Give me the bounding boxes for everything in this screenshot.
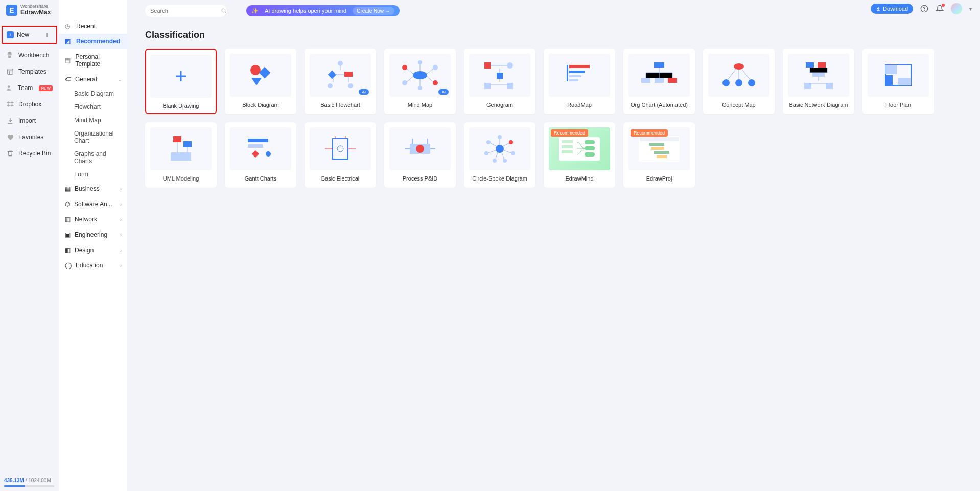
search-input[interactable]: [150, 8, 221, 14]
chevron-down-icon: ⌄: [118, 77, 122, 82]
sub-mind-map[interactable]: Mind Map: [59, 114, 127, 127]
card-uml-modeling[interactable]: UML Modeling: [145, 122, 217, 188]
avatar[interactable]: [951, 3, 962, 14]
recommended-tag: Recommended: [631, 129, 668, 137]
chevron-right-icon: ›: [120, 263, 122, 269]
side-icon: ◩: [65, 38, 72, 45]
plus-end-icon: +: [45, 31, 52, 39]
nav-templates[interactable]: Templates: [0, 63, 59, 80]
bell-icon[interactable]: [936, 5, 944, 13]
sub-basic-diagram[interactable]: Basic Diagram: [59, 87, 127, 100]
card-roadmap[interactable]: RoadMap: [544, 49, 615, 114]
ai-banner[interactable]: ✨ AI drawing helps open your mind Create…: [246, 5, 400, 16]
nav-favorites[interactable]: Favorites: [0, 129, 59, 145]
card-edrawmind[interactable]: RecommendedEdrawMind: [544, 122, 615, 188]
side-label: Recent: [76, 23, 96, 30]
card-process-p-id[interactable]: Process P&ID: [384, 122, 456, 188]
group-design[interactable]: ◧Design›: [59, 242, 127, 258]
svg-point-65: [509, 140, 513, 144]
svg-point-17: [348, 83, 353, 88]
card-label: Block Diagram: [242, 102, 279, 108]
brand-name: EdrawMax: [20, 9, 51, 16]
help-icon[interactable]: [920, 5, 928, 13]
create-now-button[interactable]: Create Now →: [353, 7, 394, 15]
group-label: General: [75, 76, 97, 83]
chevron-right-icon: ›: [120, 186, 122, 192]
svg-line-76: [488, 150, 496, 153]
templates-icon: [6, 68, 14, 76]
group-icon: ◧: [65, 247, 71, 254]
card-genogram[interactable]: Genogram: [464, 49, 535, 114]
card-concept-map[interactable]: Concept Map: [703, 49, 775, 114]
card-thumb: [469, 54, 530, 97]
nav-workbench[interactable]: Workbench: [0, 47, 59, 63]
new-button[interactable]: +New +: [2, 26, 57, 44]
nav-team[interactable]: TeamNEW: [0, 80, 59, 96]
card-basic-flowchart[interactable]: AIBasic Flowchart: [305, 49, 376, 114]
card-gantt-charts[interactable]: Gantt Charts: [225, 122, 296, 188]
group-icon: ▣: [65, 231, 71, 238]
nav-recycle-bin[interactable]: Recycle Bin: [0, 145, 59, 162]
new-label: New: [17, 31, 29, 38]
chevron-right-icon: ›: [120, 217, 122, 222]
svg-point-4: [222, 9, 225, 12]
side-label: Personal Template: [76, 53, 121, 68]
svg-point-58: [266, 151, 271, 157]
group-business[interactable]: ▦Business›: [59, 181, 127, 196]
svg-rect-49: [885, 65, 897, 74]
card-label: EdrawMind: [565, 175, 593, 182]
side-recommended[interactable]: ◩Recommended: [59, 34, 127, 49]
card-blank-drawing[interactable]: Blank Drawing: [145, 49, 217, 114]
svg-rect-37: [655, 78, 664, 83]
group-engineering[interactable]: ▣Engineering›: [59, 227, 127, 242]
group-network[interactable]: ▥Network›: [59, 212, 127, 227]
workbench-icon: [6, 51, 14, 59]
card-org-chart-automated-[interactable]: Org Chart (Automated): [623, 49, 695, 114]
card-label: Circle-Spoke Diagram: [472, 175, 527, 182]
card-thumb: [868, 54, 929, 97]
group-education[interactable]: ◯Education›: [59, 258, 127, 273]
storage-total: 1024.00M: [28, 478, 51, 483]
card-mind-map[interactable]: AIMind Map: [384, 49, 456, 114]
svg-rect-30: [569, 65, 590, 68]
card-basic-network-diagram[interactable]: Basic Network Diagram: [783, 49, 854, 114]
group-general[interactable]: 🏷General⌄: [59, 72, 127, 87]
card-basic-electrical[interactable]: Basic Electrical: [305, 122, 376, 188]
group-label: Business: [75, 185, 100, 192]
sub-flowchart[interactable]: Flowchart: [59, 100, 127, 114]
card-circle-spoke-diagram[interactable]: Circle-Spoke Diagram: [464, 122, 535, 188]
search-box[interactable]: [145, 5, 227, 17]
chevron-right-icon: ›: [120, 202, 122, 207]
card-floor-plan[interactable]: Floor Plan: [862, 49, 934, 114]
sub-graphs-and-charts[interactable]: Graphs and Charts: [59, 147, 127, 168]
sub-organizational-chart[interactable]: Organizational Chart: [59, 127, 127, 147]
svg-rect-43: [806, 62, 814, 68]
group-software-an---[interactable]: ⌬Software An...›: [59, 196, 127, 212]
ai-banner-text: AI drawing helps open your mind: [265, 8, 346, 14]
svg-rect-87: [649, 143, 664, 146]
avatar-chevron-icon[interactable]: ▾: [969, 6, 972, 12]
svg-point-3: [8, 85, 10, 88]
card-edrawproj[interactable]: RecommendedEdrawProj: [623, 122, 695, 188]
svg-point-69: [484, 151, 488, 155]
svg-rect-50: [885, 75, 893, 85]
side-icon: ◷: [65, 23, 72, 30]
card-label: Process P&ID: [403, 175, 437, 182]
nav-dropbox[interactable]: Dropbox: [0, 96, 59, 113]
card-block-diagram[interactable]: Block Diagram: [225, 49, 296, 114]
side-recent[interactable]: ◷Recent: [59, 18, 127, 34]
svg-point-39: [734, 63, 744, 70]
card-thumb: [549, 54, 610, 97]
card-thumb: [628, 54, 690, 97]
svg-point-60: [337, 146, 343, 152]
svg-point-7: [924, 10, 925, 11]
svg-rect-32: [569, 75, 581, 77]
nav-label: Recycle Bin: [18, 150, 51, 157]
card-label: Basic Flowchart: [320, 102, 360, 108]
card-label: EdrawProj: [646, 175, 672, 182]
sub-form[interactable]: Form: [59, 168, 127, 181]
card-thumb: [310, 127, 371, 170]
download-button[interactable]: Download: [871, 4, 913, 14]
nav-import[interactable]: Import: [0, 113, 59, 129]
side-personal-template[interactable]: ▤Personal Template: [59, 49, 127, 72]
